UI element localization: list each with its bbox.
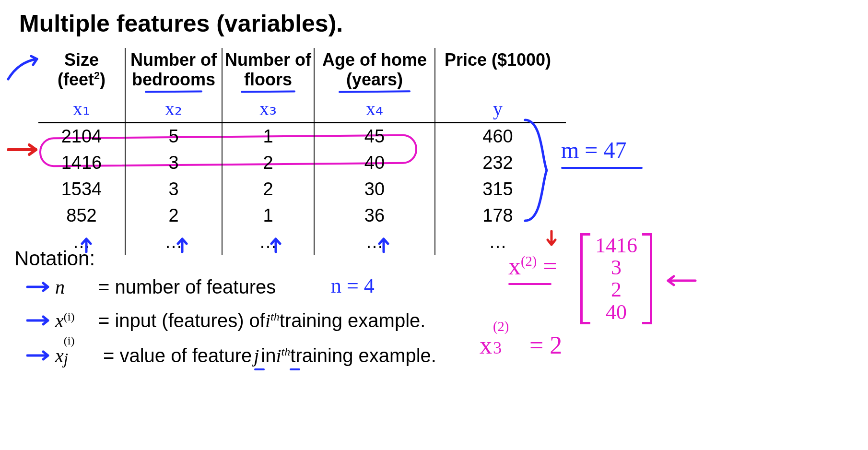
definition-xi: x(i) = input (features) of ith training … [26, 309, 425, 332]
text: i [265, 310, 270, 332]
arrow-into-matrix-icon [664, 273, 698, 288]
x2-vector-matrix: 1416 3 2 40 [580, 233, 652, 325]
x-superscript-2-label: x(2) = [508, 252, 557, 280]
superscript-2: (2) [493, 319, 509, 334]
cell: 3 [126, 176, 223, 202]
squared-icon: 2 [94, 70, 100, 82]
text: x [480, 332, 492, 359]
symbol-xi: x(i) [55, 309, 94, 332]
definition-xi-text-b: training example. [280, 310, 426, 332]
symbol-j: j [252, 344, 261, 367]
cell: 45 [315, 123, 435, 150]
bullet-arrow-icon [26, 280, 55, 294]
superscript-2: (2) [521, 254, 537, 269]
col-header-bedrooms: Number of bedrooms [126, 48, 223, 94]
text: Number of [225, 50, 311, 70]
col-header-price: Price ($1000) [435, 48, 560, 94]
underline-i-icon [290, 368, 300, 370]
col-header-size: Size (feet2) [38, 48, 126, 94]
text: x [55, 345, 64, 367]
cell: 1 [223, 202, 315, 229]
rows-brace-icon [520, 115, 554, 225]
subscript-j: j [64, 350, 68, 368]
text: bedrooms [132, 70, 215, 89]
text: (years) [346, 70, 403, 89]
definition-xji-text-a: = value of feature [103, 345, 252, 367]
text: Price ($1000) [445, 50, 551, 70]
down-arrow-to-x2-icon [544, 230, 559, 249]
text: Number of [130, 50, 217, 70]
equals-value: = 2 [523, 332, 562, 359]
cell: 2 [223, 150, 315, 176]
m-underline-icon [561, 167, 643, 169]
cell: 2104 [38, 123, 126, 150]
equals: = [537, 252, 557, 280]
ith: ith [276, 344, 290, 367]
superscript-i: (i) [64, 310, 75, 323]
bullet-arrow-icon [26, 314, 55, 327]
left-bracket-icon [580, 233, 590, 324]
slide: Multiple features (variables). Size (fee… [0, 0, 868, 450]
var-label-x4: x₄ [315, 94, 435, 122]
table-row: 1534 3 2 30 315 [38, 176, 566, 202]
vector-values: 1416 3 2 40 [590, 233, 642, 325]
x3-of-2-equals-2: x (2) 3 xx = 2 [480, 331, 562, 359]
text: x [508, 252, 521, 280]
symbol-n: n [55, 276, 94, 298]
cell: 1534 [38, 176, 126, 202]
ith: ith [265, 309, 280, 332]
cell: 40 [315, 150, 435, 176]
cell: 5 [126, 123, 223, 150]
arrow-to-row2-icon [7, 140, 43, 159]
table-row: 852 2 1 36 178 [38, 202, 566, 229]
vector-value: 1416 [595, 235, 637, 257]
underline-j-icon [254, 368, 265, 370]
vector-value: 2 [611, 279, 622, 301]
text: x [55, 310, 64, 332]
vector-value: 3 [611, 257, 622, 279]
notation-heading: Notation: [14, 247, 95, 270]
table-row: 2104 5 1 45 460 [38, 123, 566, 150]
page-title: Multiple features (variables). [19, 10, 343, 37]
text: ) [100, 70, 106, 89]
table-row: 1416 3 2 40 232 [38, 150, 566, 176]
uparrow-under-x4-icon [374, 235, 393, 254]
col-header-floors: Number of floors [223, 48, 315, 94]
col-header-age: Age of home (years) [315, 48, 435, 94]
text: Age of home [322, 50, 427, 70]
definition-xji-text-b: in [261, 345, 276, 367]
superscript-th: th [270, 310, 280, 323]
uparrow-under-x3-icon [266, 235, 285, 254]
definition-xi-text-a: = input (features) of [98, 310, 265, 332]
definition-xji: x (i) j xx = value of feature j in ith t… [26, 344, 436, 367]
vector-value: 40 [606, 301, 627, 323]
cell: 2 [223, 176, 315, 202]
cell: 2 [126, 202, 223, 229]
superscript-i: (i) [64, 334, 75, 347]
text: floors [244, 70, 292, 89]
cell: 852 [38, 202, 126, 229]
definition-xji-text-c: training example. [290, 345, 436, 367]
definition-n: n = number of features [26, 276, 276, 298]
cell: 1 [223, 123, 315, 150]
bullet-arrow-icon [26, 349, 55, 362]
var-label-x3: x₃ [223, 94, 315, 122]
symbol-xji: x (i) j xx [55, 344, 98, 367]
ellipsis-icon: … [435, 229, 560, 255]
table-row-ellipsis: … … … … … [38, 229, 566, 255]
var-label-x2: x₂ [126, 94, 223, 122]
x2-underline-icon [508, 283, 551, 285]
data-table: Size (feet2) Number of bedrooms Number o… [38, 48, 566, 255]
cell: 30 [315, 176, 435, 202]
definition-n-text: = number of features [98, 276, 276, 298]
right-bracket-icon [642, 233, 652, 324]
var-label-x1: x₁ [38, 94, 126, 122]
cell: 36 [315, 202, 435, 229]
text: Size (feet [58, 50, 99, 89]
superscript-th: th [282, 345, 291, 358]
cell: 3 [126, 150, 223, 176]
uparrow-under-x2-icon [173, 235, 192, 254]
cell: 1416 [38, 150, 126, 176]
m-equals-annotation: m = 47 [561, 137, 626, 163]
subscript-3: 3 [493, 338, 502, 358]
